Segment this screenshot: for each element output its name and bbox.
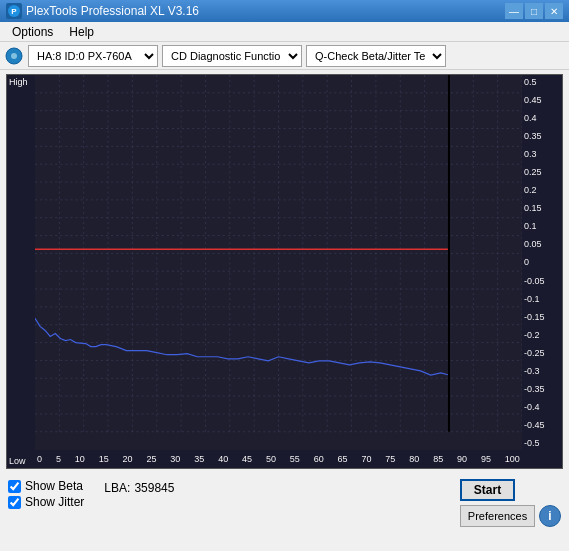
menu-bar: Options Help bbox=[0, 22, 569, 42]
lba-value: 359845 bbox=[134, 481, 174, 495]
lba-col: LBA: 359845 bbox=[104, 481, 174, 495]
svg-point-3 bbox=[11, 53, 17, 59]
show-jitter-label: Show Jitter bbox=[25, 495, 84, 509]
window-title: PlexTools Professional XL V3.16 bbox=[26, 4, 505, 18]
drive-icon bbox=[4, 46, 24, 66]
chart-y-labels-left: High Low bbox=[7, 75, 35, 468]
close-button[interactable]: ✕ bbox=[545, 3, 563, 19]
test-select[interactable]: Q-Check Beta/Jitter Test bbox=[306, 45, 446, 67]
chart-svg bbox=[35, 75, 522, 450]
info-button[interactable]: i bbox=[539, 505, 561, 527]
drive-select[interactable]: HA:8 ID:0 PX-760A bbox=[28, 45, 158, 67]
show-beta-checkbox[interactable] bbox=[8, 480, 21, 493]
checkboxes-col: Show Beta Show Jitter bbox=[8, 479, 84, 509]
minimize-button[interactable]: — bbox=[505, 3, 523, 19]
start-button[interactable]: Start bbox=[460, 479, 515, 501]
menu-options[interactable]: Options bbox=[4, 23, 61, 41]
title-bar: P PlexTools Professional XL V3.16 — □ ✕ bbox=[0, 0, 569, 22]
lba-label: LBA: bbox=[104, 481, 130, 495]
preferences-button[interactable]: Preferences bbox=[460, 505, 535, 527]
chart-area bbox=[35, 75, 522, 450]
window-controls: — □ ✕ bbox=[505, 3, 563, 19]
chart-x-labels: 0 5 10 15 20 25 30 35 40 45 50 55 60 65 … bbox=[35, 450, 522, 468]
app-icon: P bbox=[6, 3, 22, 19]
menu-help[interactable]: Help bbox=[61, 23, 102, 41]
bottom-panel: Show Beta Show Jitter LBA: 359845 Start … bbox=[0, 471, 569, 551]
show-beta-label: Show Beta bbox=[25, 479, 83, 493]
show-jitter-checkbox[interactable] bbox=[8, 496, 21, 509]
chart-y-labels-right: 0.5 0.45 0.4 0.35 0.3 0.25 0.2 0.15 0.1 … bbox=[522, 75, 562, 450]
maximize-button[interactable]: □ bbox=[525, 3, 543, 19]
chart-low-label: Low bbox=[9, 456, 33, 466]
show-jitter-row: Show Jitter bbox=[8, 495, 84, 509]
chart-container: High Low 0.5 0.45 0.4 0.35 0.3 0.25 0.2 … bbox=[6, 74, 563, 469]
buttons-col: Start Preferences i bbox=[460, 479, 561, 527]
show-beta-row: Show Beta bbox=[8, 479, 84, 493]
main-content: High Low 0.5 0.45 0.4 0.35 0.3 0.25 0.2 … bbox=[0, 70, 569, 551]
function-select[interactable]: CD Diagnostic Functions bbox=[162, 45, 302, 67]
prefs-info-row: Preferences i bbox=[460, 505, 561, 527]
toolbar: HA:8 ID:0 PX-760A CD Diagnostic Function… bbox=[0, 42, 569, 70]
svg-text:P: P bbox=[11, 7, 17, 16]
chart-high-label: High bbox=[9, 77, 33, 87]
